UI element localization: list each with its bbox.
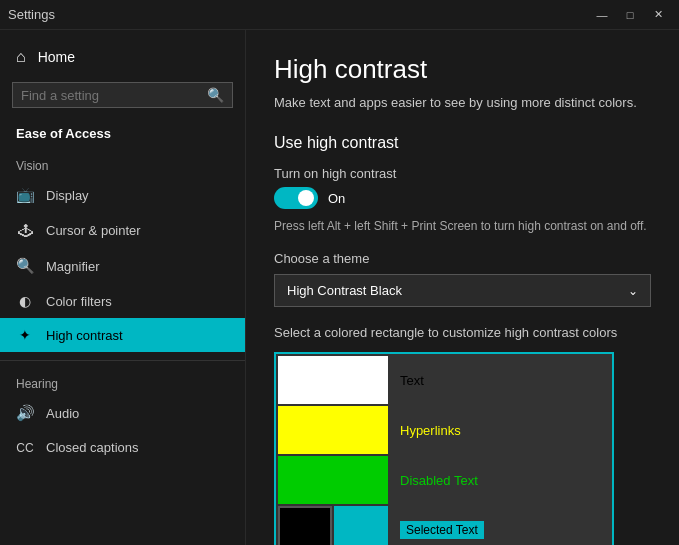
sidebar-divider bbox=[0, 360, 245, 361]
selected-text-swatch-black[interactable] bbox=[278, 506, 332, 545]
colors-grid: Text Hyperlinks Disabled Text Selected T… bbox=[274, 352, 614, 545]
selected-text-color-label[interactable]: Selected Text bbox=[390, 506, 610, 545]
selected-text-badge: Selected Text bbox=[400, 521, 484, 539]
hyperlinks-label: Hyperlinks bbox=[400, 423, 461, 438]
high-contrast-label: High contrast bbox=[46, 328, 123, 343]
toggle-label: Turn on high contrast bbox=[274, 166, 651, 181]
disabled-text-label: Disabled Text bbox=[400, 473, 478, 488]
main-content: High contrast Make text and apps easier … bbox=[245, 30, 679, 545]
toggle-container: On bbox=[274, 187, 651, 209]
close-button[interactable]: ✕ bbox=[645, 4, 671, 26]
section-title: Use high contrast bbox=[274, 134, 651, 152]
ease-of-access-title: Ease of Access bbox=[0, 120, 245, 151]
cursor-label: Cursor & pointer bbox=[46, 223, 141, 238]
titlebar-controls: — □ ✕ bbox=[589, 4, 671, 26]
keyboard-hint: Press left Alt + left Shift + Print Scre… bbox=[274, 219, 651, 233]
home-label: Home bbox=[38, 49, 75, 65]
search-icon: 🔍 bbox=[207, 87, 224, 103]
audio-icon: 🔊 bbox=[16, 404, 34, 422]
cursor-icon: 🕹 bbox=[16, 222, 34, 239]
high-contrast-icon: ✦ bbox=[16, 327, 34, 343]
color-filters-icon: ◐ bbox=[16, 293, 34, 309]
search-input[interactable] bbox=[21, 88, 207, 103]
toggle-state-label: On bbox=[328, 191, 345, 206]
hearing-category: Hearing bbox=[0, 369, 245, 395]
theme-label: Choose a theme bbox=[274, 251, 651, 266]
minimize-button[interactable]: — bbox=[589, 4, 615, 26]
selected-text-swatch-container bbox=[278, 506, 388, 545]
text-color-label[interactable]: Text bbox=[390, 356, 610, 404]
search-box[interactable]: 🔍 bbox=[12, 82, 233, 108]
app-body: ⌂ Home 🔍 Ease of Access Vision 📺 Display… bbox=[0, 30, 679, 545]
magnifier-icon: 🔍 bbox=[16, 257, 34, 275]
hyperlinks-color-swatch[interactable] bbox=[278, 406, 388, 454]
display-icon: 📺 bbox=[16, 186, 34, 204]
home-icon: ⌂ bbox=[16, 48, 26, 66]
disabled-text-color-label[interactable]: Disabled Text bbox=[390, 456, 610, 504]
display-label: Display bbox=[46, 188, 89, 203]
page-subtitle: Make text and apps easier to see by usin… bbox=[274, 95, 651, 110]
colors-label: Select a colored rectangle to customize … bbox=[274, 325, 651, 340]
sidebar-item-home[interactable]: ⌂ Home bbox=[0, 38, 245, 76]
color-filters-label: Color filters bbox=[46, 294, 112, 309]
titlebar-title: Settings bbox=[8, 7, 55, 22]
sidebar-item-magnifier[interactable]: 🔍 Magnifier bbox=[0, 248, 245, 284]
theme-dropdown[interactable]: High Contrast Black ⌄ bbox=[274, 274, 651, 307]
titlebar: Settings — □ ✕ bbox=[0, 0, 679, 30]
audio-label: Audio bbox=[46, 406, 79, 421]
sidebar-item-display[interactable]: 📺 Display bbox=[0, 177, 245, 213]
chevron-down-icon: ⌄ bbox=[628, 284, 638, 298]
closed-captions-label: Closed captions bbox=[46, 440, 139, 455]
sidebar: ⌂ Home 🔍 Ease of Access Vision 📺 Display… bbox=[0, 30, 245, 545]
sidebar-item-closed-captions[interactable]: CC Closed captions bbox=[0, 431, 245, 464]
sidebar-item-color-filters[interactable]: ◐ Color filters bbox=[0, 284, 245, 318]
text-label: Text bbox=[400, 373, 424, 388]
maximize-button[interactable]: □ bbox=[617, 4, 643, 26]
toggle-knob bbox=[298, 190, 314, 206]
page-title: High contrast bbox=[274, 54, 651, 85]
magnifier-label: Magnifier bbox=[46, 259, 99, 274]
hyperlinks-color-label[interactable]: Hyperlinks bbox=[390, 406, 610, 454]
sidebar-item-cursor[interactable]: 🕹 Cursor & pointer bbox=[0, 213, 245, 248]
text-color-swatch[interactable] bbox=[278, 356, 388, 404]
sidebar-item-audio[interactable]: 🔊 Audio bbox=[0, 395, 245, 431]
high-contrast-toggle[interactable] bbox=[274, 187, 318, 209]
sidebar-item-high-contrast[interactable]: ✦ High contrast bbox=[0, 318, 245, 352]
selected-text-swatch-cyan[interactable] bbox=[334, 506, 388, 545]
theme-value: High Contrast Black bbox=[287, 283, 402, 298]
disabled-text-color-swatch[interactable] bbox=[278, 456, 388, 504]
closed-captions-icon: CC bbox=[16, 441, 34, 455]
vision-category: Vision bbox=[0, 151, 245, 177]
